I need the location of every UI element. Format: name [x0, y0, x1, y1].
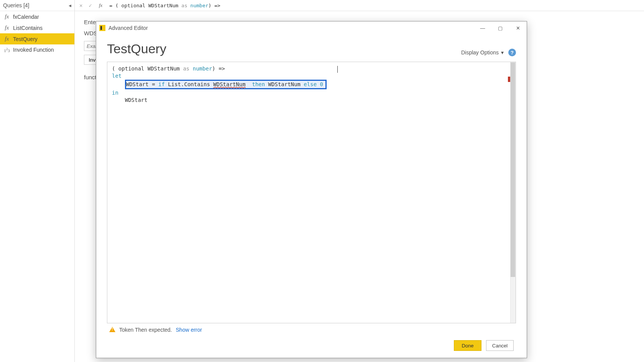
- code-line[interactable]: in: [112, 89, 512, 97]
- accept-formula-icon[interactable]: ✓: [87, 2, 93, 8]
- query-label: Invoked Function: [13, 47, 54, 53]
- queries-title: Queries [4]: [3, 2, 29, 8]
- query-item-fxcalendar[interactable]: fx fxCalendar: [0, 11, 74, 22]
- error-status-row: Token Then expected. Show error: [107, 323, 516, 336]
- chevron-down-icon: ▾: [501, 49, 504, 56]
- error-message: Token Then expected.: [119, 327, 172, 333]
- function-icon: fx: [4, 13, 10, 20]
- formula-text[interactable]: = ( optional WDStartNum as number) =>: [108, 2, 641, 9]
- query-label: TestQuery: [13, 36, 38, 42]
- query-item-invokedfunction[interactable]: 123 Invoked Function: [0, 44, 74, 55]
- cancel-button[interactable]: Cancel: [486, 340, 514, 351]
- dialog-titlebar[interactable]: Advanced Editor — ▢ ✕: [96, 21, 527, 34]
- cancel-formula-icon[interactable]: ✕: [78, 2, 84, 8]
- done-button[interactable]: Done: [454, 340, 481, 351]
- scrollbar-thumb[interactable]: [511, 62, 515, 277]
- code-line[interactable]: WDStart: [112, 97, 512, 104]
- code-line[interactable]: ( optional WDStartNum as number) =>: [112, 65, 512, 72]
- error-marker[interactable]: [508, 77, 510, 82]
- close-button[interactable]: ✕: [509, 21, 527, 34]
- scrollbar[interactable]: [510, 62, 516, 323]
- queries-panel: Queries [4] ◂ fx fxCalendar fx ListConta…: [0, 0, 75, 362]
- fx-icon[interactable]: fx: [97, 2, 105, 8]
- function-icon: fx: [4, 36, 10, 42]
- formula-bar: ✕ ✓ fx = ( optional WDStartNum as number…: [75, 0, 644, 11]
- dialog-title: Advanced Editor: [108, 25, 148, 31]
- number-icon: 123: [4, 47, 10, 53]
- maximize-button[interactable]: ▢: [491, 21, 509, 34]
- query-item-testquery[interactable]: fx TestQuery: [0, 33, 74, 44]
- function-icon: fx: [4, 25, 10, 31]
- code-line[interactable]: let: [112, 72, 512, 80]
- code-line-highlighted[interactable]: WDStart = if List.Contains WDStartNum th…: [112, 80, 512, 89]
- text-cursor: [337, 66, 338, 73]
- minimize-button[interactable]: —: [474, 21, 491, 34]
- advanced-editor-dialog: Advanced Editor — ▢ ✕ TestQuery Display …: [96, 21, 527, 358]
- collapse-panel-icon[interactable]: ◂: [69, 2, 71, 8]
- query-label: ListContains: [13, 25, 43, 31]
- dialog-button-row: Done Cancel: [107, 336, 516, 355]
- code-editor[interactable]: ( optional WDStartNum as number) => let …: [107, 62, 516, 323]
- query-item-listcontains[interactable]: fx ListContains: [0, 22, 74, 33]
- query-name-heading: TestQuery: [107, 41, 166, 56]
- warning-icon: [109, 327, 115, 333]
- display-options-dropdown[interactable]: Display Options ▾: [461, 49, 504, 56]
- help-icon[interactable]: ?: [508, 49, 516, 56]
- queries-header: Queries [4] ◂: [0, 0, 74, 11]
- app-icon: [99, 25, 105, 31]
- dialog-body: TestQuery Display Options ▾ ? ( optional…: [96, 34, 527, 358]
- show-error-link[interactable]: Show error: [176, 327, 202, 333]
- query-label: fxCalendar: [13, 14, 39, 20]
